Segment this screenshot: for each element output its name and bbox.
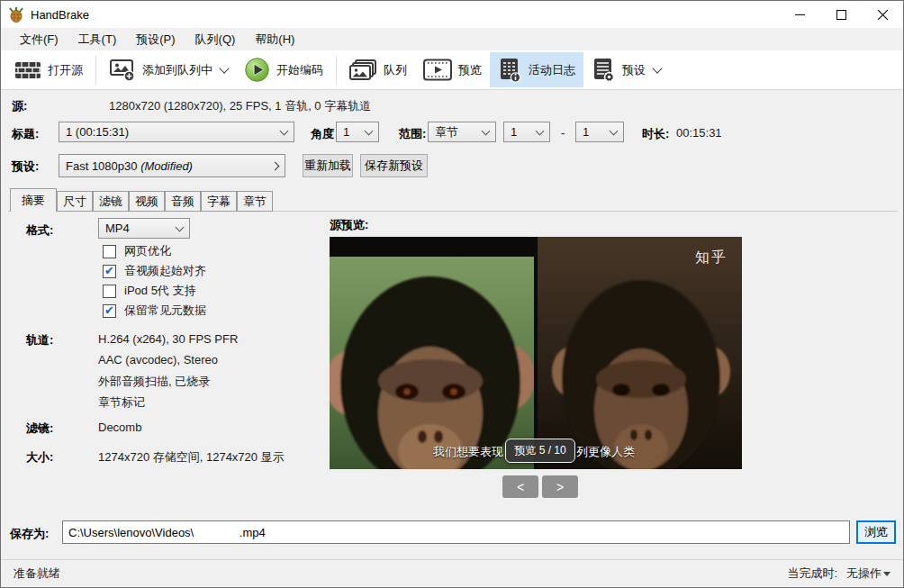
zhihu-watermark: 知乎 xyxy=(695,249,728,267)
burned-subtitle-right: 列更像人类 xyxy=(576,444,635,460)
duration-label: 时长: xyxy=(642,126,669,142)
metadata-checkbox[interactable] xyxy=(103,304,116,318)
maximize-button[interactable] xyxy=(820,1,862,28)
title-bar: HandBrake xyxy=(1,1,903,28)
queue-button[interactable]: 队列 xyxy=(341,54,415,86)
range-dash: - xyxy=(561,126,565,140)
tab-chapters[interactable]: 章节 xyxy=(237,191,273,212)
status-text: 准备就绪 xyxy=(14,565,60,582)
minimize-button[interactable] xyxy=(779,1,820,28)
when-done-group: 当完成时: 无操作 xyxy=(787,565,890,582)
chevron-down-icon xyxy=(482,126,491,135)
status-bar: 准备就绪 当完成时: 无操作 xyxy=(1,559,903,587)
chevron-down-icon xyxy=(652,63,662,73)
save-path-input[interactable] xyxy=(62,520,850,544)
av-align-label: 音视频起始对齐 xyxy=(124,263,206,279)
angle-select[interactable]: 1 xyxy=(336,122,379,142)
ipod-support-label: iPod 5代 支持 xyxy=(124,283,195,299)
queue-label: 队列 xyxy=(384,62,407,78)
next-preview-button[interactable]: > xyxy=(542,475,578,498)
menu-tools[interactable]: 工具(T) xyxy=(68,29,127,50)
preview-counter-tooltip: 预览 5 / 10 xyxy=(505,439,575,463)
activity-log-button[interactable]: 活动日志 xyxy=(490,52,583,87)
preview-nav: < > xyxy=(502,475,578,498)
presets-gear-icon xyxy=(592,57,616,83)
preview-button[interactable]: 预览 xyxy=(415,54,490,86)
start-encode-button[interactable]: 开始编码 xyxy=(236,52,331,87)
web-optimized-checkbox[interactable] xyxy=(103,245,116,258)
window-controls xyxy=(779,1,903,28)
activity-log-label: 活动日志 xyxy=(529,62,575,78)
toolbar: 打开源 添加到队列中 开始编码 xyxy=(1,50,903,90)
track-video: H.264 (x264), 30 FPS PFR xyxy=(98,332,238,346)
preview-image: 知乎 我们想要表现 列更像人类 预览 5 / 10 xyxy=(330,237,742,469)
burned-subtitle-left: 我们想要表现 xyxy=(433,444,503,460)
filters-label: 滤镜: xyxy=(26,421,53,437)
previous-preview-button[interactable]: < xyxy=(502,475,538,498)
range-type-select[interactable]: 章节 xyxy=(428,122,496,142)
minimize-icon xyxy=(795,10,805,20)
chevron-down-icon xyxy=(365,126,374,135)
tab-dimensions[interactable]: 尺寸 xyxy=(57,191,93,212)
duration-value: 00:15:31 xyxy=(676,126,722,140)
range-to-select[interactable]: 1 xyxy=(575,122,624,142)
when-done-value: 无操作 xyxy=(846,565,881,582)
checkbox-row: 音视频起始对齐 xyxy=(103,263,206,279)
play-icon xyxy=(244,57,270,83)
track-audio: AAC (avcodec), Stereo xyxy=(98,353,218,366)
angle-label: 角度 xyxy=(311,126,334,142)
tab-subtitles[interactable]: 字幕 xyxy=(201,191,237,212)
activity-log-icon xyxy=(498,57,522,83)
filters-value: Decomb xyxy=(98,421,141,434)
tab-filters[interactable]: 滤镜 xyxy=(93,191,129,212)
menu-help[interactable]: 帮助(H) xyxy=(245,29,304,50)
maximize-icon xyxy=(836,10,846,20)
chevron-down-icon xyxy=(219,63,229,73)
menu-queue[interactable]: 队列(Q) xyxy=(185,29,246,50)
menu-file[interactable]: 文件(F) xyxy=(10,29,68,50)
range-from-select[interactable]: 1 xyxy=(503,122,550,142)
checkbox-row: 保留常见元数据 xyxy=(103,303,206,319)
tracks-label: 轨道: xyxy=(26,332,53,348)
metadata-label: 保留常见元数据 xyxy=(124,303,206,319)
handbrake-logo-icon xyxy=(8,6,24,23)
reload-preset-button[interactable]: 重新加载 xyxy=(303,154,353,177)
app-title: HandBrake xyxy=(31,8,89,22)
range-label: 范围: xyxy=(399,126,426,142)
browse-button[interactable]: 浏览 xyxy=(856,520,896,544)
av-align-checkbox[interactable] xyxy=(103,265,116,278)
chevron-down-icon xyxy=(176,222,185,231)
preset-select[interactable]: Fast 1080p30 (Modified) xyxy=(59,154,285,177)
presets-toolbar-label: 预设 xyxy=(622,62,646,78)
ipod-support-checkbox[interactable] xyxy=(103,285,116,298)
when-done-label: 当完成时: xyxy=(787,565,837,582)
source-label: 源: xyxy=(12,98,27,114)
size-value: 1274x720 存储空间, 1274x720 显示 xyxy=(98,449,285,466)
chimp-comparison-image xyxy=(330,237,742,469)
open-source-button[interactable]: 打开源 xyxy=(6,55,91,86)
save-new-preset-button[interactable]: 保存新预设 xyxy=(360,154,428,177)
preview-film-icon xyxy=(423,59,452,81)
chevron-down-icon xyxy=(610,126,619,135)
checkbox-row: iPod 5代 支持 xyxy=(103,283,195,299)
source-value: 1280x720 (1280x720), 25 FPS, 1 音轨, 0 字幕轨… xyxy=(109,98,371,114)
tab-audio[interactable]: 音频 xyxy=(165,191,201,212)
save-as-label: 保存为: xyxy=(10,526,49,542)
chevron-down-icon xyxy=(883,572,890,576)
close-button[interactable] xyxy=(862,1,903,28)
toolbar-separator xyxy=(336,56,337,85)
track-subtitle: 外部音频扫描, 已烧录 xyxy=(98,374,210,390)
preset-modified-flag: (Modified) xyxy=(140,159,193,173)
tab-summary[interactable]: 摘要 xyxy=(10,188,57,212)
format-select[interactable]: MP4 xyxy=(98,218,190,239)
menu-presets[interactable]: 预设(P) xyxy=(126,29,185,50)
when-done-select[interactable]: 无操作 xyxy=(846,565,890,582)
open-source-label: 打开源 xyxy=(48,62,83,78)
presets-toolbar-button[interactable]: 预设 xyxy=(583,52,669,87)
handbrake-window: HandBrake 文件(F) 工具(T) 预设(P) 队列(Q) 帮助(H) xyxy=(0,0,904,588)
add-to-queue-button[interactable]: 添加到队列中 xyxy=(101,53,236,86)
chevron-down-icon xyxy=(280,126,289,135)
tab-video[interactable]: 视频 xyxy=(129,191,165,212)
title-select[interactable]: 1 (00:15:31) xyxy=(59,122,294,142)
chevron-right-icon xyxy=(271,161,280,170)
